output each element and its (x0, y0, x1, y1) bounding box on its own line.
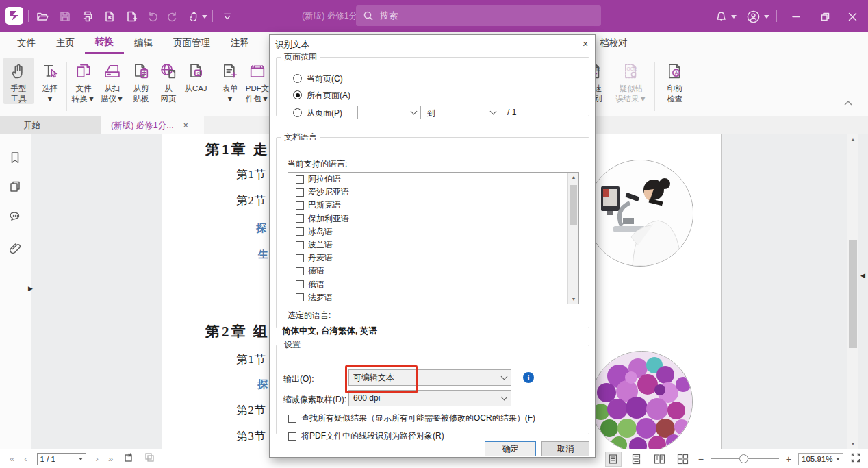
checkbox[interactable] (296, 293, 304, 301)
minimize-icon[interactable] (786, 8, 806, 25)
scrollbar-thumb[interactable] (849, 240, 857, 348)
language-option[interactable]: 丹麦语 (288, 251, 578, 264)
save-icon[interactable] (57, 8, 73, 25)
hand-tool-button[interactable]: 手型工具 (3, 58, 34, 104)
redo-icon[interactable] (164, 8, 181, 25)
vertical-scrollbar[interactable]: ▲ ▼ (847, 134, 858, 449)
bookmark-icon[interactable] (8, 151, 22, 164)
fit-width-icon[interactable] (144, 452, 155, 466)
tab-file[interactable]: 文件 (7, 32, 46, 54)
from-clipboard-button[interactable]: 从剪贴板 (126, 58, 156, 104)
bell-icon[interactable] (713, 8, 729, 25)
add-page-icon[interactable] (123, 8, 140, 25)
ok-button[interactable]: 确定 (485, 441, 536, 456)
left-panel-expand-icon[interactable]: ▶ (28, 286, 33, 292)
radio-from-pages[interactable] (293, 108, 302, 117)
scroll-down-icon[interactable]: ▼ (568, 297, 579, 301)
select-tool-button[interactable]: 选择▼ (35, 58, 65, 104)
zoom-slider-knob[interactable] (739, 454, 748, 463)
pages-icon[interactable] (8, 180, 22, 193)
recognize-paths-option[interactable]: 将PDF文件中的线段识别为路径对象(R) (283, 430, 444, 442)
hand-quick-icon[interactable] (186, 8, 208, 25)
tab-edit[interactable]: 编辑 (124, 32, 163, 54)
zoom-level-select[interactable]: 105.91% (798, 453, 843, 465)
page-dropdown-caret[interactable] (79, 458, 83, 460)
listbox-scrollbar[interactable]: ▲ ▼ (567, 173, 578, 304)
attachment-icon[interactable] (8, 241, 22, 255)
radio-all-pages[interactable] (293, 90, 302, 99)
search-input[interactable]: 搜索 (356, 5, 601, 26)
scroll-down-icon[interactable]: ▼ (847, 441, 858, 446)
tab-home[interactable]: 主页 (46, 32, 85, 54)
continuous-view-icon[interactable] (628, 452, 645, 467)
fit-page-icon[interactable] (123, 452, 134, 466)
print-icon[interactable] (79, 8, 96, 25)
single-page-view-icon[interactable] (605, 452, 622, 467)
last-page-icon[interactable]: » (108, 454, 113, 463)
tab-proofread-partial[interactable]: 档校对 (600, 32, 628, 54)
zoom-in-icon[interactable]: + (786, 454, 791, 464)
checkbox[interactable] (288, 415, 296, 423)
language-option[interactable]: 爱沙尼亚语 (288, 186, 578, 199)
comments-icon[interactable] (8, 210, 22, 223)
checkbox[interactable] (296, 241, 304, 249)
page-number-input[interactable]: 1 / 1 (37, 453, 86, 465)
tab-page-management[interactable]: 页面管理 (163, 32, 220, 54)
zoom-slider[interactable] (711, 454, 779, 464)
close-icon[interactable] (842, 8, 863, 25)
checkbox[interactable] (296, 188, 304, 197)
scroll-up-icon[interactable]: ▲ (847, 137, 858, 142)
facing-continuous-view-icon[interactable] (675, 452, 691, 467)
ribbon-collapse-icon[interactable] (843, 97, 853, 110)
output-select[interactable]: 可编辑文本 (348, 369, 511, 386)
dialog-close-icon[interactable]: × (578, 37, 593, 51)
tab-active-document[interactable]: (新版) 必修1分... × (101, 116, 204, 134)
undo-icon[interactable] (144, 8, 161, 25)
language-option[interactable]: 波兰语 (288, 238, 578, 251)
tab-convert[interactable]: 转换 (85, 32, 124, 54)
tab-comment[interactable]: 注释 (220, 32, 259, 54)
account-caret[interactable] (763, 8, 771, 25)
language-option[interactable]: 法罗语 (288, 291, 578, 304)
checkbox[interactable] (288, 432, 296, 441)
right-panel-collapse-icon[interactable]: ◀ (860, 273, 865, 279)
open-folder-icon[interactable] (34, 8, 51, 25)
pdf-portfolio-button[interactable]: PDF文件包▼ (242, 58, 272, 104)
export-page-icon[interactable] (101, 8, 118, 25)
checkbox[interactable] (296, 254, 304, 262)
scroll-up-icon[interactable]: ▲ (568, 175, 579, 180)
from-page-select[interactable] (357, 106, 421, 119)
to-page-select[interactable] (437, 106, 500, 119)
scrollbar-thumb[interactable] (570, 185, 577, 225)
bell-caret[interactable] (730, 8, 738, 25)
account-icon[interactable] (745, 8, 761, 25)
zoom-dropdown-caret[interactable] (836, 458, 840, 460)
first-page-icon[interactable]: « (10, 454, 14, 463)
preflight-button[interactable]: A 印前检查 (660, 58, 690, 104)
language-option[interactable]: 德语 (288, 264, 578, 278)
checkbox[interactable] (296, 267, 304, 275)
language-listbox[interactable]: 阿拉伯语 爱沙尼亚语 巴斯克语 保加利亚语 冰岛语 波兰语 丹麦语 德语 俄语 … (288, 172, 579, 304)
find-suspects-option[interactable]: 查找所有疑似结果（显示所有可能需要被修改的OCR的结果）(F) (283, 412, 535, 424)
checkbox[interactable] (296, 201, 304, 210)
app-logo[interactable] (5, 7, 23, 25)
fullscreen-icon[interactable] (850, 452, 861, 466)
checkbox[interactable] (296, 175, 304, 184)
zoom-out-icon[interactable]: − (698, 454, 704, 464)
tab-start-page[interactable]: 开始 (0, 116, 101, 134)
from-caj-button[interactable]: c 从CAJ (179, 58, 212, 94)
downsample-select[interactable]: 600 dpi (348, 390, 511, 406)
radio-current-page[interactable] (293, 74, 302, 83)
from-scanner-button[interactable]: 从扫描仪▼ (97, 58, 127, 104)
facing-view-icon[interactable] (652, 452, 668, 467)
language-option[interactable]: 阿拉伯语 (288, 173, 578, 186)
prev-page-icon[interactable]: ‹ (24, 454, 27, 463)
info-icon[interactable]: i (523, 372, 534, 383)
tab-close-icon[interactable]: × (183, 121, 188, 130)
chevron-down-icon[interactable] (219, 8, 235, 25)
checkbox[interactable] (296, 214, 304, 223)
language-option[interactable]: 俄语 (288, 278, 578, 291)
checkbox[interactable] (296, 280, 304, 288)
cancel-button[interactable]: 取消 (541, 441, 589, 456)
suspect-results-button[interactable]: OCR 疑似错误结果▼ (613, 58, 649, 104)
